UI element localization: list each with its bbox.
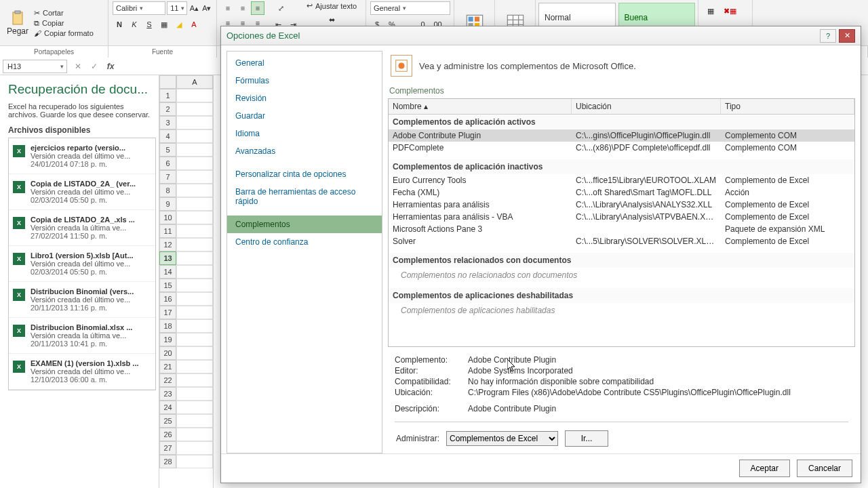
row-header[interactable]: 11: [159, 224, 176, 238]
row-header[interactable]: 23: [159, 387, 176, 401]
cell[interactable]: [176, 401, 213, 414]
recovered-file-item[interactable]: X Distribucion Binomial (vers... Versión…: [9, 282, 155, 318]
align-top-icon[interactable]: ≡: [221, 1, 235, 15]
bold-button[interactable]: N: [113, 18, 126, 31]
select-all-corner[interactable]: [159, 75, 176, 89]
orientation-button[interactable]: ⤢: [271, 1, 290, 15]
ok-button[interactable]: Aceptar: [739, 460, 790, 477]
row-header[interactable]: 1: [159, 89, 176, 102]
col-name[interactable]: Nombre ▴: [389, 99, 572, 114]
cell[interactable]: [176, 157, 213, 170]
cell[interactable]: [176, 414, 213, 428]
row-header[interactable]: 19: [159, 333, 176, 346]
recovered-file-item[interactable]: X EXAMEN (1) (version 1).xlsb ... Versió…: [9, 354, 155, 390]
recovered-files-list[interactable]: X ejercicios reparto (versio... Versión …: [8, 138, 156, 390]
cell[interactable]: [176, 441, 213, 455]
font-color-button[interactable]: A: [187, 18, 201, 31]
help-button[interactable]: ?: [820, 29, 836, 43]
row-header[interactable]: 25: [159, 414, 176, 428]
row-header[interactable]: 22: [159, 373, 176, 387]
addin-row[interactable]: Herramientas para análisis - VBA C:\...\…: [389, 211, 854, 223]
addin-row[interactable]: Herramientas para análisis C:\...\Librar…: [389, 199, 854, 211]
cell[interactable]: [176, 455, 213, 468]
cell[interactable]: [176, 346, 213, 360]
manage-select[interactable]: Complementos de Excel: [446, 431, 558, 446]
row-header[interactable]: 28: [159, 455, 176, 468]
fill-color-button[interactable]: ◢: [172, 18, 186, 31]
row-header[interactable]: 16: [159, 292, 176, 306]
cell[interactable]: [176, 238, 213, 251]
addin-row[interactable]: Fecha (XML) C:\...oft Shared\Smart Tag\M…: [389, 186, 854, 199]
nav-item[interactable]: Fórmulas: [227, 72, 382, 89]
row-header[interactable]: 26: [159, 428, 176, 441]
cell[interactable]: [176, 143, 213, 157]
row-header[interactable]: 6: [159, 157, 176, 170]
cancel-fx-icon[interactable]: ✕: [70, 58, 86, 75]
addin-row[interactable]: Solver C:\...5\Library\SOLVER\SOLVER.XLA…: [389, 235, 854, 247]
addin-row[interactable]: PDFComplete C:\...(x86)\PDF Complete\off…: [389, 142, 854, 154]
cell[interactable]: [176, 373, 213, 387]
row-header[interactable]: 5: [159, 143, 176, 157]
recovered-file-item[interactable]: X Copia de LISTADO_2A_ (ver... Versión c…: [9, 174, 155, 210]
font-size-combo[interactable]: 11: [167, 1, 187, 15]
recovered-file-item[interactable]: X Distribucion Binomial.xlsx ... Versión…: [9, 318, 155, 354]
cell[interactable]: [176, 116, 213, 129]
row-header[interactable]: 20: [159, 346, 176, 360]
recovered-file-item[interactable]: X ejercicios reparto (versio... Versión …: [9, 138, 155, 174]
italic-button[interactable]: K: [127, 18, 141, 31]
spreadsheet[interactable]: A 12345678910111213141516171819202122232…: [159, 75, 214, 488]
cut-button[interactable]: ✂Cortar: [34, 9, 94, 18]
cell[interactable]: [176, 211, 213, 224]
row-header[interactable]: 4: [159, 129, 176, 143]
nav-item[interactable]: Barra de herramientas de acceso rápido: [227, 183, 382, 210]
increase-font-icon[interactable]: A▴: [189, 1, 199, 15]
fx-icon[interactable]: fx: [102, 58, 119, 75]
wrap-text-button[interactable]: ↩Ajustar texto: [307, 1, 357, 10]
cell[interactable]: [176, 387, 213, 401]
cell[interactable]: [176, 279, 213, 292]
col-location[interactable]: Ubicación: [572, 99, 721, 114]
addin-row[interactable]: Microsoft Actions Pane 3 Paquete de expa…: [389, 223, 854, 235]
cell[interactable]: [176, 428, 213, 441]
close-button[interactable]: ✕: [839, 29, 855, 43]
cell[interactable]: [176, 89, 213, 102]
cell[interactable]: [176, 184, 213, 197]
row-header[interactable]: 7: [159, 170, 176, 184]
nav-item[interactable]: Centro de confianza: [227, 233, 382, 251]
cell[interactable]: [176, 306, 213, 319]
row-header[interactable]: 24: [159, 401, 176, 414]
format-painter-button[interactable]: 🖌Copiar formato: [34, 29, 94, 37]
cancel-button[interactable]: Cancelar: [797, 460, 852, 477]
nav-item[interactable]: Complementos: [227, 216, 382, 233]
nav-item[interactable]: Personalizar cinta de opciones: [227, 165, 382, 183]
row-header[interactable]: 9: [159, 197, 176, 211]
paste-button[interactable]: Pegar: [4, 9, 31, 37]
decrease-font-icon[interactable]: A▾: [201, 1, 212, 15]
name-box[interactable]: H13: [3, 60, 67, 73]
nav-item[interactable]: Revisión: [227, 89, 382, 107]
cell[interactable]: [176, 170, 213, 184]
copy-button[interactable]: ⧉Copiar: [34, 19, 94, 28]
recovered-file-item[interactable]: X Copia de LISTADO_2A_.xls ... Versión c…: [9, 210, 155, 246]
cell[interactable]: [176, 129, 213, 143]
cell[interactable]: [176, 319, 213, 333]
row-header[interactable]: 18: [159, 319, 176, 333]
col-type[interactable]: Tipo: [721, 99, 854, 114]
align-bottom-icon[interactable]: ≡: [251, 1, 264, 15]
nav-item[interactable]: Avanzadas: [227, 142, 382, 160]
cell[interactable]: [176, 251, 213, 265]
row-header[interactable]: 12: [159, 238, 176, 251]
nav-item[interactable]: General: [227, 54, 382, 72]
cell[interactable]: [176, 102, 213, 116]
row-header[interactable]: 10: [159, 211, 176, 224]
row-header[interactable]: 27: [159, 441, 176, 455]
row-header[interactable]: 8: [159, 184, 176, 197]
row-header[interactable]: 17: [159, 306, 176, 319]
cell[interactable]: [176, 265, 213, 279]
addins-header-row[interactable]: Nombre ▴ Ubicación Tipo: [389, 99, 854, 115]
row-header[interactable]: 3: [159, 116, 176, 129]
go-button[interactable]: Ir...: [565, 430, 608, 447]
nav-item[interactable]: Guardar: [227, 107, 382, 125]
addins-list[interactable]: Nombre ▴ Ubicación Tipo Complementos de …: [388, 98, 855, 347]
cell[interactable]: [176, 292, 213, 306]
